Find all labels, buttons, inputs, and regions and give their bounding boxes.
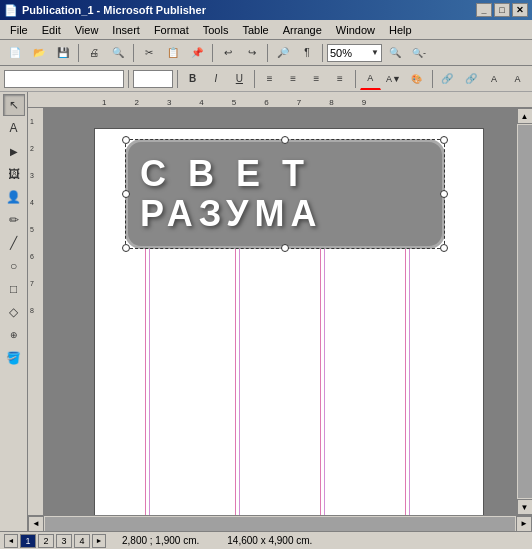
italic-button[interactable]: I [205,68,226,90]
new-button[interactable]: 📄 [4,42,26,64]
minimize-button[interactable]: _ [476,3,492,17]
page-button-4[interactable]: 4 [74,534,90,548]
menu-table[interactable]: Table [236,22,274,38]
menu-insert[interactable]: Insert [106,22,146,38]
zoom-out-button[interactable]: 🔍- [408,42,430,64]
align-justify-button[interactable]: ≡ [329,68,350,90]
open-button[interactable]: 📂 [28,42,50,64]
zoom-in-button[interactable]: 🔍 [384,42,406,64]
undo-button[interactable]: ↩ [217,42,239,64]
scroll-right-button[interactable]: ► [516,516,532,532]
page-button-1[interactable]: 1 [20,534,36,548]
save-button[interactable]: 💾 [52,42,74,64]
special2-button[interactable]: A [507,68,528,90]
status-size: 14,600 x 4,900 cm. [227,535,312,546]
scroll-down-button[interactable]: ▼ [517,499,533,515]
scroll-up-button[interactable]: ▲ [517,108,533,124]
separator-f2 [177,70,178,88]
tool-oval[interactable]: ○ [3,255,25,277]
ruler-mark: 3 [167,98,171,107]
align-right-button[interactable]: ≡ [306,68,327,90]
ruler-vmark: 6 [30,253,43,260]
tool-custom[interactable]: ◇ [3,301,25,323]
menu-window[interactable]: Window [330,22,381,38]
left-toolbar: ↖ A ▶ 🖼 👤 ✏ ╱ ○ □ ◇ ⊕ 🪣 [0,92,28,531]
tool-text[interactable]: A [3,117,25,139]
canvas-row: 1 2 3 4 5 6 7 8 [28,108,532,515]
zoom-value: 50% [330,47,352,59]
ruler-vmark: 3 [30,172,43,179]
col-guide-8 [409,249,410,515]
page-button-3[interactable]: 3 [56,534,72,548]
separator-1 [78,44,79,62]
search-button[interactable]: 🔎 [272,42,294,64]
page-button-2[interactable]: 2 [38,534,54,548]
page-scroll-right[interactable]: ► [92,534,106,548]
ruler-mark: 1 [102,98,106,107]
col-guide-3 [235,249,236,515]
tool-picture[interactable]: ▶ [3,140,25,162]
preview-button[interactable]: 🔍 [107,42,129,64]
highlight-button[interactable]: A▼ [383,68,404,90]
copy-button[interactable]: 📋 [162,42,184,64]
menu-format[interactable]: Format [148,22,195,38]
bold-button[interactable]: B [182,68,203,90]
scrollbar-horizontal: ◄ ► [28,515,532,531]
title-bar-left: 📄 Publication_1 - Microsoft Publisher [4,4,206,17]
menu-view[interactable]: View [69,22,105,38]
scroll-track-h[interactable] [45,517,515,531]
design-box[interactable]: С В Е Т РАЗУМА [125,139,445,249]
design-text-line2: РАЗУМА [140,194,322,234]
align-left-button[interactable]: ≡ [259,68,280,90]
tool-line[interactable]: ╱ [3,232,25,254]
separator-f1 [128,70,129,88]
col-guide-1 [145,249,146,515]
main-area: ↖ A ▶ 🖼 👤 ✏ ╱ ○ □ ◇ ⊕ 🪣 1 2 3 4 5 6 7 8 … [0,92,532,531]
scroll-track-right[interactable] [518,125,532,498]
paste-button[interactable]: 📌 [186,42,208,64]
col-guide-4 [239,249,240,515]
tool-target[interactable]: ⊕ [3,324,25,346]
zoom-arrow-icon: ▼ [371,48,379,57]
underline-button[interactable]: U [229,68,250,90]
tool-image[interactable]: 🖼 [3,163,25,185]
ruler-mark: 9 [362,98,366,107]
menu-arrange[interactable]: Arrange [277,22,328,38]
ruler-horizontal: 1 2 3 4 5 6 7 8 9 [28,92,532,108]
print-button[interactable]: 🖨 [83,42,105,64]
special1-button[interactable]: A [483,68,504,90]
page-scroll-left[interactable]: ◄ [4,534,18,548]
font-input[interactable] [4,70,124,88]
tool-person[interactable]: 👤 [3,186,25,208]
redo-button[interactable]: ↪ [241,42,263,64]
canvas-area: С В Е Т РАЗУМА [44,108,516,515]
tool-select[interactable]: ↖ [3,94,25,116]
col-guide-7 [405,249,406,515]
para-button[interactable]: ¶ [296,42,318,64]
scroll-left-button[interactable]: ◄ [28,516,44,532]
link-button[interactable]: 🔗 [437,68,458,90]
ruler-vmark: 4 [30,199,43,206]
text-color-button[interactable]: A [360,68,381,90]
fill-color-button[interactable]: 🎨 [406,68,427,90]
ruler-vmark: 8 [30,307,43,314]
separator-f4 [355,70,356,88]
maximize-button[interactable]: □ [494,3,510,17]
ruler-mark: 4 [199,98,203,107]
menu-tools[interactable]: Tools [197,22,235,38]
ruler-vmark: 2 [30,145,43,152]
zoom-combo[interactable]: 50% ▼ [327,44,382,62]
menu-help[interactable]: Help [383,22,418,38]
tool-pencil[interactable]: ✏ [3,209,25,231]
link2-button[interactable]: 🔗 [460,68,481,90]
tool-rect[interactable]: □ [3,278,25,300]
separator-2 [133,44,134,62]
title-bar-buttons[interactable]: _ □ ✕ [476,3,528,17]
menu-edit[interactable]: Edit [36,22,67,38]
fontsize-input[interactable] [133,70,173,88]
menu-file[interactable]: File [4,22,34,38]
cut-button[interactable]: ✂ [138,42,160,64]
tool-fill[interactable]: 🪣 [3,347,25,369]
align-center-button[interactable]: ≡ [282,68,303,90]
close-button[interactable]: ✕ [512,3,528,17]
